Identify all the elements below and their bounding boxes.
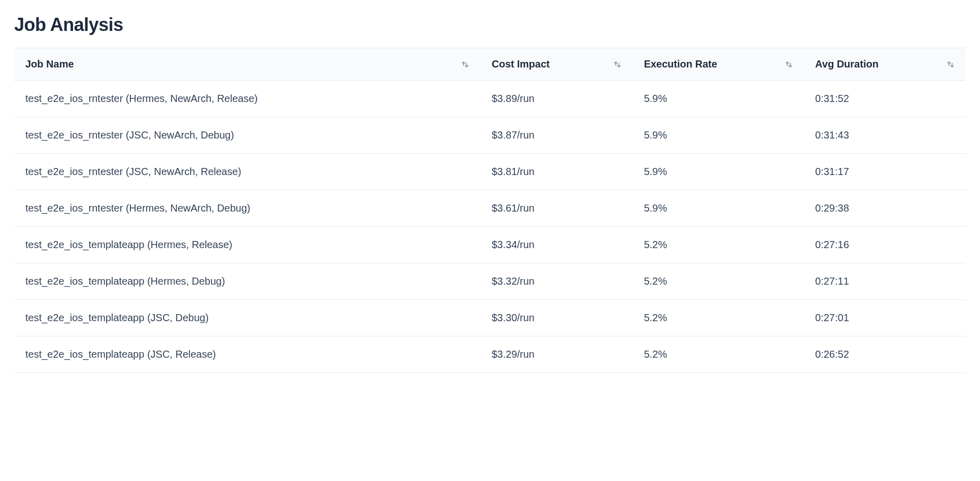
cell-avg-duration: 0:31:43 [804, 117, 966, 154]
cell-avg-duration: 0:27:16 [804, 227, 966, 263]
cell-avg-duration: 0:31:17 [804, 154, 966, 190]
cell-cost-impact: $3.89/run [480, 81, 633, 117]
table-row: test_e2e_ios_templateapp (JSC, Debug) $3… [14, 300, 966, 336]
table-row: test_e2e_ios_rntester (Hermes, NewArch, … [14, 190, 966, 227]
sort-icon[interactable] [461, 60, 469, 68]
cell-avg-duration: 0:27:01 [804, 300, 966, 336]
column-header-avg-duration[interactable]: Avg Duration [804, 48, 966, 81]
table-row: test_e2e_ios_rntester (JSC, NewArch, Deb… [14, 117, 966, 154]
cell-cost-impact: $3.32/run [480, 263, 633, 300]
page-title: Job Analysis [14, 14, 966, 36]
table-row: test_e2e_ios_rntester (JSC, NewArch, Rel… [14, 154, 966, 190]
sort-icon[interactable] [947, 60, 955, 68]
cell-cost-impact: $3.29/run [480, 336, 633, 373]
cell-execution-rate: 5.2% [633, 300, 804, 336]
sort-icon[interactable] [613, 60, 621, 68]
cell-job-name: test_e2e_ios_templateapp (JSC, Release) [14, 336, 480, 373]
cell-avg-duration: 0:27:11 [804, 263, 966, 300]
table-row: test_e2e_ios_templateapp (Hermes, Releas… [14, 227, 966, 263]
cell-cost-impact: $3.87/run [480, 117, 633, 154]
column-label: Avg Duration [815, 58, 879, 70]
cell-job-name: test_e2e_ios_rntester (JSC, NewArch, Rel… [14, 154, 480, 190]
cell-execution-rate: 5.9% [633, 81, 804, 117]
cell-cost-impact: $3.61/run [480, 190, 633, 227]
table-row: test_e2e_ios_templateapp (Hermes, Debug)… [14, 263, 966, 300]
cell-avg-duration: 0:29:38 [804, 190, 966, 227]
table-row: test_e2e_ios_templateapp (JSC, Release) … [14, 336, 966, 373]
column-header-execution-rate[interactable]: Execution Rate [633, 48, 804, 81]
table-row: test_e2e_ios_rntester (Hermes, NewArch, … [14, 81, 966, 117]
cell-execution-rate: 5.9% [633, 154, 804, 190]
cell-avg-duration: 0:26:52 [804, 336, 966, 373]
cell-job-name: test_e2e_ios_rntester (Hermes, NewArch, … [14, 190, 480, 227]
column-label: Job Name [25, 58, 74, 70]
column-label: Execution Rate [644, 58, 717, 70]
column-label: Cost Impact [492, 58, 549, 70]
cell-cost-impact: $3.81/run [480, 154, 633, 190]
cell-job-name: test_e2e_ios_rntester (Hermes, NewArch, … [14, 81, 480, 117]
cell-job-name: test_e2e_ios_rntester (JSC, NewArch, Deb… [14, 117, 480, 154]
sort-icon[interactable] [785, 60, 793, 68]
cell-cost-impact: $3.30/run [480, 300, 633, 336]
cell-job-name: test_e2e_ios_templateapp (JSC, Debug) [14, 300, 480, 336]
cell-execution-rate: 5.2% [633, 336, 804, 373]
cell-execution-rate: 5.9% [633, 117, 804, 154]
cell-job-name: test_e2e_ios_templateapp (Hermes, Debug) [14, 263, 480, 300]
table-body: test_e2e_ios_rntester (Hermes, NewArch, … [14, 81, 966, 373]
cell-execution-rate: 5.2% [633, 227, 804, 263]
cell-execution-rate: 5.2% [633, 263, 804, 300]
cell-job-name: test_e2e_ios_templateapp (Hermes, Releas… [14, 227, 480, 263]
table-header-row: Job Name Cost Impact [14, 48, 966, 81]
cell-cost-impact: $3.34/run [480, 227, 633, 263]
cell-avg-duration: 0:31:52 [804, 81, 966, 117]
column-header-cost-impact[interactable]: Cost Impact [480, 48, 633, 81]
job-analysis-table: Job Name Cost Impact [14, 48, 966, 373]
column-header-job-name[interactable]: Job Name [14, 48, 480, 81]
cell-execution-rate: 5.9% [633, 190, 804, 227]
